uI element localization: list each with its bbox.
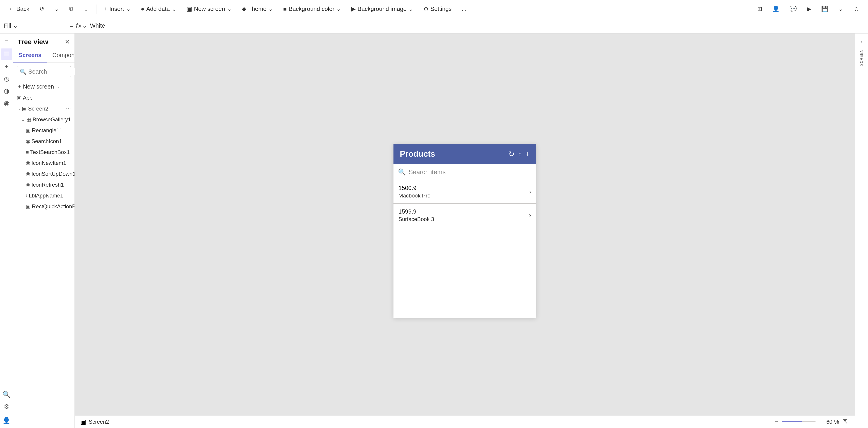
sort-icon[interactable]: ↕ (518, 150, 522, 158)
chevron-down-icon-5: ⌄ (227, 5, 232, 12)
tree-items: ▣ App ⌄ ▣ Screen2 ⋯ ⌄ ▦ BrowseGallery1 ▣… (13, 92, 74, 428)
fx-button[interactable]: fx ⌄ (76, 22, 87, 29)
copy-icon: ⧉ (69, 5, 73, 12)
variables-icon-button[interactable]: ◉ (1, 97, 12, 109)
new-screen-button[interactable]: ▣ New screen ⌄ (183, 4, 236, 14)
tree-item-iconrefresh1[interactable]: ◉ IconRefresh1 (13, 179, 74, 190)
plus-icon: + (104, 5, 107, 12)
icon-icon-isud1: ◉ (26, 171, 30, 177)
play-button[interactable]: ▶ (803, 4, 815, 14)
undo-icon: ↺ (39, 5, 44, 12)
tree-item-iconnewitem1[interactable]: ◉ IconNewItem1 (13, 158, 74, 169)
fullscreen-button[interactable]: ⇱ (841, 417, 849, 426)
profile-button[interactable]: ☺ (849, 4, 864, 14)
insert-label: Insert (110, 5, 124, 12)
settings-label: Settings (430, 5, 452, 12)
new-screen-tree-button[interactable]: + New screen ⌄ (13, 81, 74, 92)
publish-dropdown-button[interactable]: ⌄ (834, 4, 847, 14)
comment-icon-button[interactable]: 💬 (785, 4, 801, 14)
insert-icon-button[interactable]: + (1, 61, 12, 72)
list-item-1-price: 1599.9 (399, 208, 529, 215)
tree-item-textsearchbox1[interactable]: ■ TextSearchBox1 (13, 147, 74, 158)
more-icon-s2[interactable]: ⋯ (66, 106, 71, 112)
zoom-in-button[interactable]: + (817, 417, 825, 426)
person-icon-button[interactable]: 👤 (768, 4, 783, 14)
background-color-label: Background color (289, 5, 334, 12)
settings-button[interactable]: ⚙ Settings (419, 4, 456, 14)
canvas-area: Products ↻ ↕ + 🔍 Search items 1500.9 Mac… (75, 33, 855, 428)
icon-icon-si1: ◉ (26, 139, 30, 144)
tree-item-lblappname1[interactable]: 〈 LblAppName1 (13, 190, 74, 201)
color-icon: ■ (283, 5, 287, 12)
copy-button[interactable]: ⧉ (65, 4, 78, 14)
components-icon-button[interactable]: ◑ (1, 85, 12, 96)
apps-icon-button[interactable]: ⊞ (753, 4, 766, 14)
new-screen-tree-label: New screen (23, 83, 54, 90)
label-icon-lan1: 〈 (26, 193, 27, 198)
add-data-button[interactable]: ● Add data ⌄ (137, 4, 181, 14)
zoom-out-button[interactable]: − (773, 417, 780, 426)
tree-item-screen2[interactable]: ⌄ ▣ Screen2 ⋯ (13, 103, 74, 114)
back-button[interactable]: ← Back (4, 4, 33, 14)
formula-input[interactable] (90, 22, 864, 29)
chevron-down-icon-4: ⌄ (172, 5, 177, 12)
tree-item-rectangle11[interactable]: ▣ Rectangle11 (13, 125, 74, 136)
theme-icon: ◆ (242, 5, 246, 12)
rectangle-icon-rqab1: ▣ (26, 204, 31, 210)
theme-label: Theme (248, 5, 267, 12)
chevron-down-icon-9: ⌄ (13, 22, 18, 29)
chevron-down-icon-8: ⌄ (408, 5, 413, 12)
tree-item-browsegallery1[interactable]: ⌄ ▦ BrowseGallery1 (13, 114, 74, 125)
app-search[interactable]: 🔍 Search items (394, 164, 536, 180)
insert-button[interactable]: + Insert ⌄ (100, 4, 135, 14)
canvas-bottom: ▣ Screen2 − + 60 % ⇱ (75, 415, 855, 428)
theme-button[interactable]: ◆ Theme ⌄ (238, 4, 277, 14)
left-icon-bar: ≡ ☰ + ◷ ◑ ◉ 🔍 ⚙ 👤 (0, 33, 13, 428)
background-image-button[interactable]: ▶ Background image ⌄ (347, 4, 417, 14)
zoom-controls: − + 60 % ⇱ (773, 417, 849, 426)
chevron-right-item1: › (529, 212, 531, 219)
screen-icon-s2: ▣ (22, 106, 27, 112)
app-header-title: Products (400, 149, 505, 159)
background-color-button[interactable]: ■ Background color ⌄ (279, 4, 345, 14)
add-icon[interactable]: + (525, 150, 530, 158)
lblappname1-label: LblAppName1 (29, 192, 71, 199)
rectangle-icon-r11: ▣ (26, 127, 31, 133)
search-icon-app: 🔍 (398, 168, 406, 176)
settings-icon-button-left[interactable]: ⚙ (1, 401, 12, 412)
tree-item-rectquickactionbar1[interactable]: ▣ RectQuickActionBar1 (13, 201, 74, 212)
tree-item-iconsortupdown1[interactable]: ◉ IconSortUpDown1 (13, 169, 74, 179)
search-icon-button[interactable]: 🔍 (1, 389, 12, 400)
search-box[interactable]: 🔍 (17, 66, 71, 77)
list-item-1[interactable]: 1599.9 SurfaceBook 3 › (394, 204, 536, 227)
zoom-slider[interactable] (782, 422, 816, 422)
app-empty-area (394, 227, 536, 318)
list-item-0-price: 1500.9 (399, 185, 529, 191)
more-button[interactable]: ... (458, 4, 471, 14)
tree-item-app[interactable]: ▣ App (13, 92, 74, 103)
tree-item-searchicon1[interactable]: ◉ SearchIcon1 (13, 136, 74, 147)
undo-button[interactable]: ↺ (35, 4, 49, 14)
home-icon-button[interactable]: ≡ (1, 36, 12, 48)
chevron-down-icon: ⌄ (54, 5, 59, 12)
refresh-icon[interactable]: ↻ (508, 150, 515, 158)
iconrefresh1-label: IconRefresh1 (31, 182, 71, 188)
tab-screens[interactable]: Screens (13, 49, 47, 62)
property-label: Fill (4, 22, 11, 29)
rectquickactionbar1-label: RectQuickActionBar1 (32, 203, 74, 210)
save-button[interactable]: 💾 (817, 4, 833, 14)
list-item-0-content: 1500.9 Macbook Pro (399, 185, 529, 199)
screen-icon-bottom: ▣ (80, 418, 86, 426)
tree-close-button[interactable]: ✕ (65, 38, 70, 46)
account-icon-button[interactable]: 👤 (1, 415, 12, 426)
undo-dropdown-button[interactable]: ⌄ (50, 4, 63, 14)
list-item-0-name: Macbook Pro (399, 192, 529, 199)
copy-dropdown-button[interactable]: ⌄ (80, 4, 93, 14)
property-dropdown[interactable]: Fill ⌄ (4, 22, 67, 29)
right-panel-toggle[interactable]: ‹ (856, 36, 867, 48)
tree-view-icon-button[interactable]: ☰ (1, 49, 12, 60)
list-item-0[interactable]: 1500.9 Macbook Pro › (394, 180, 536, 204)
zoom-unit: % (834, 419, 839, 425)
gallery-icon: ▦ (27, 117, 31, 123)
data-icon-button[interactable]: ◷ (1, 73, 12, 84)
